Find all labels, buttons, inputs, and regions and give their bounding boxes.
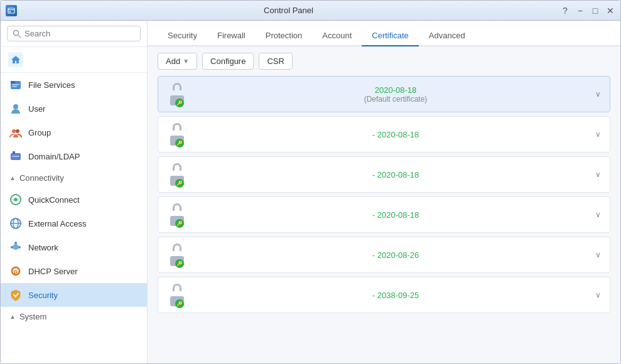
sidebar-item-domain-ldap[interactable]: Domain/LDAP: [1, 144, 147, 168]
user-label: User: [28, 104, 45, 114]
svg-point-22: [11, 246, 13, 249]
cert-info-2: - 2020-08-18: [196, 170, 595, 179]
key-icon-3: 🔑: [176, 221, 183, 227]
file-services-label: File Services: [28, 80, 75, 90]
main-window: Control Panel ? − □ ✕: [0, 0, 621, 364]
cert-prefix-5: -: [372, 291, 377, 300]
cert-date-2: - 2020-08-18: [196, 170, 595, 179]
key-icon-2: 🔑: [176, 181, 183, 186]
help-button[interactable]: ?: [560, 6, 570, 16]
svg-point-10: [12, 129, 16, 133]
add-button[interactable]: Add ▼: [158, 53, 197, 70]
key-icon-5: 🔑: [176, 301, 183, 307]
svg-point-20: [14, 242, 17, 244]
cert-info-0: 2020-08-18 (Default certificate): [196, 85, 595, 104]
cert-item-1[interactable]: 🔑 - 2020-08-18 ∨: [158, 116, 610, 153]
cert-date-4: - 2020-08-26: [196, 250, 595, 260]
search-icon: [13, 29, 21, 38]
user-icon: [9, 102, 22, 115]
tab-account[interactable]: Account: [312, 26, 362, 46]
external-access-icon: [9, 217, 22, 230]
csr-button[interactable]: CSR: [259, 53, 292, 70]
key-icon: 🔑: [176, 100, 183, 106]
sidebar-item-dhcp-server[interactable]: D DHCP Server: [1, 259, 147, 283]
cert-lock-icon-1: 🔑: [167, 123, 187, 146]
sidebar-search-container: [1, 21, 147, 47]
tab-security[interactable]: Security: [158, 26, 207, 46]
tab-protection[interactable]: Protection: [256, 26, 313, 46]
add-label: Add: [166, 56, 180, 66]
tab-advanced[interactable]: Advanced: [419, 26, 475, 46]
cert-info-5: - 2038-09-25: [196, 291, 595, 300]
sidebar-item-security[interactable]: Security: [1, 283, 147, 307]
add-dropdown-arrow: ▼: [183, 58, 189, 65]
svg-rect-6: [11, 81, 15, 83]
cert-lock-icon-5: 🔑: [167, 284, 187, 306]
svg-rect-14: [12, 156, 19, 157]
main-layout: File Services User: [1, 21, 620, 363]
sidebar-item-quickconnect[interactable]: QuickConnect: [1, 188, 147, 211]
domain-icon: [9, 150, 22, 163]
cert-expand-4[interactable]: ∨: [595, 250, 601, 259]
cert-prefix-4: -: [372, 250, 377, 260]
configure-label: Configure: [210, 56, 246, 66]
sidebar-item-user[interactable]: User: [1, 97, 147, 120]
cert-expand-3[interactable]: ∨: [595, 210, 601, 219]
cert-expand-1[interactable]: ∨: [595, 130, 601, 139]
dhcp-icon: D: [9, 265, 22, 277]
cert-info-4: - 2020-08-26: [196, 250, 595, 260]
certificate-list: 🔑 2020-08-18 (Default certificate) ∨: [148, 76, 620, 363]
svg-rect-13: [13, 151, 15, 154]
tab-firewall[interactable]: Firewall: [207, 26, 256, 46]
group-label: Group: [28, 128, 51, 137]
svg-text:D: D: [14, 269, 18, 275]
security-icon: [9, 289, 22, 301]
cert-expand-5[interactable]: ∨: [595, 291, 601, 299]
home-icon: [8, 52, 23, 67]
cert-item-4[interactable]: 🔑 - 2020-08-26 ∨: [158, 237, 610, 273]
sidebar-item-external-access[interactable]: External Access: [1, 211, 147, 235]
tab-certificate[interactable]: Certificate: [362, 26, 419, 46]
close-button[interactable]: ✕: [605, 6, 615, 16]
cert-date-3: - 2020-08-18: [196, 210, 595, 220]
home-button[interactable]: [1, 47, 147, 73]
network-icon: [9, 241, 22, 254]
system-section-header[interactable]: ▲ System: [1, 307, 147, 326]
cert-item-0[interactable]: 🔑 2020-08-18 (Default certificate) ∨: [158, 76, 610, 112]
sidebar-item-network[interactable]: Network: [1, 235, 147, 259]
minimize-button[interactable]: −: [575, 6, 585, 16]
search-input[interactable]: [24, 29, 135, 38]
cert-date-5: - 2038-09-25: [196, 291, 595, 300]
cert-expand-2[interactable]: ∨: [595, 170, 601, 179]
cert-item-5[interactable]: 🔑 - 2038-09-25 ∨: [158, 277, 610, 313]
window-controls: ? − □ ✕: [560, 6, 615, 16]
title-bar: Control Panel ? − □ ✕: [1, 1, 620, 21]
maximize-button[interactable]: □: [590, 6, 600, 16]
cert-date-0: 2020-08-18: [196, 85, 595, 95]
cert-expand-0[interactable]: ∨: [595, 90, 601, 99]
quickconnect-label: QuickConnect: [28, 195, 80, 205]
svg-rect-8: [12, 86, 17, 87]
search-box[interactable]: [7, 26, 141, 41]
tab-bar: Security Firewall Protection Account Cer…: [148, 21, 620, 46]
key-icon-1: 🔑: [176, 141, 183, 146]
sidebar-item-file-services[interactable]: File Services: [1, 73, 147, 97]
cert-info-1: - 2020-08-18: [196, 130, 595, 139]
svg-point-3: [14, 30, 19, 35]
connectivity-chevron: ▲: [9, 174, 16, 181]
svg-line-4: [18, 35, 21, 38]
app-icon: [6, 5, 17, 16]
toolbar: Add ▼ Configure CSR: [148, 46, 620, 76]
svg-rect-7: [12, 84, 19, 85]
cert-item-2[interactable]: 🔑 - 2020-08-18 ∨: [158, 156, 610, 193]
csr-label: CSR: [267, 56, 284, 66]
cert-item-3[interactable]: 🔑 - 2020-08-18 ∨: [158, 196, 610, 233]
configure-button[interactable]: Configure: [202, 53, 254, 70]
sidebar-item-group[interactable]: Group: [1, 120, 147, 144]
svg-point-11: [16, 129, 19, 133]
cert-default-0: (Default certificate): [196, 95, 595, 104]
connectivity-section-header[interactable]: ▲ Connectivity: [1, 168, 147, 188]
connectivity-label: Connectivity: [19, 173, 64, 183]
domain-ldap-label: Domain/LDAP: [28, 152, 80, 161]
cert-lock-icon-0: 🔑: [167, 83, 187, 105]
